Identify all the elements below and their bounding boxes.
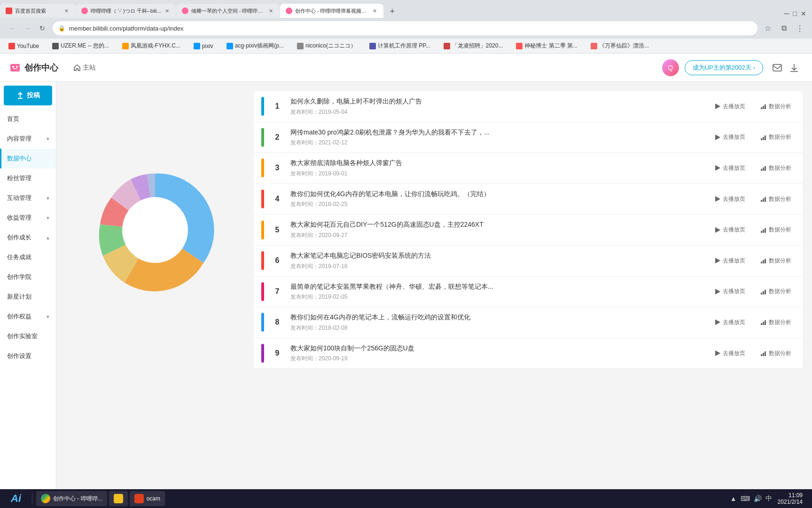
sidebar-item-content[interactable]: 内容管理 ▼ bbox=[0, 129, 56, 149]
taskbar: Ai 创作中心 - 哔哩哔... ocam ▲ ⌨ 🔊 中 11:09 2021… bbox=[0, 489, 812, 508]
svg-marker-22 bbox=[715, 196, 720, 202]
url-bar[interactable]: 🔒 member.bilibili.com/platform/data-up/i… bbox=[53, 21, 757, 35]
play-page-btn-9[interactable]: 去播放页 bbox=[710, 348, 749, 359]
sidebar-content-arrow: ▼ bbox=[46, 136, 50, 142]
sidebar-item-achievement[interactable]: 任务成就 bbox=[0, 247, 56, 267]
tab-3-close[interactable]: ✕ bbox=[268, 7, 274, 15]
video-date-1: 发布时间：2019-05-04 bbox=[290, 108, 703, 116]
tray-icon-keyboard[interactable]: ⌨ bbox=[741, 495, 750, 502]
video-title-2: 网传mate30 pro鸿蒙2.0刷机包泄露？身为华为人的我看不下去了，... bbox=[290, 128, 703, 137]
tab-1[interactable]: 百度首页搜索 ✕ bbox=[0, 4, 75, 18]
tray-icon-volume[interactable]: 🔊 bbox=[754, 495, 762, 502]
data-analysis-btn-9[interactable]: 数据分析 bbox=[757, 348, 795, 359]
tab-2[interactable]: 哔哩哔哩（ '-' )つロ 千杯--bili... ✕ bbox=[76, 4, 176, 18]
bookmark-fenghuang[interactable]: 凤凰游戏-FYHX.C... bbox=[119, 41, 183, 51]
video-date-6: 发布时间：2019-07-16 bbox=[290, 262, 703, 270]
sidebar-item-fans[interactable]: 粉丝管理 bbox=[0, 168, 56, 188]
play-page-btn-8[interactable]: 去播放页 bbox=[710, 317, 749, 328]
close-window-button[interactable]: ✕ bbox=[801, 10, 806, 17]
video-date-2: 发布时间：2021-02-12 bbox=[290, 139, 703, 147]
svg-rect-36 bbox=[763, 291, 764, 294]
bookmark-youtube[interactable]: YouTube bbox=[6, 42, 42, 50]
data-analysis-btn-3[interactable]: 数据分析 bbox=[757, 162, 795, 174]
play-page-btn-6[interactable]: 去播放页 bbox=[710, 255, 749, 267]
become-up-button[interactable]: 成为UP主的第2002天 › bbox=[685, 60, 763, 75]
video-info-5: 教大家如何花百元自己DIY一个512G的高速固态U盘，主控2246XT 发布时间… bbox=[290, 220, 703, 239]
sidebar-item-home[interactable]: 首页 bbox=[0, 109, 56, 129]
maximize-button[interactable]: □ bbox=[793, 10, 797, 17]
back-button[interactable]: ← bbox=[6, 22, 19, 35]
tab-4-close[interactable]: ✕ bbox=[372, 7, 378, 15]
svg-rect-17 bbox=[765, 135, 766, 140]
download-button[interactable] bbox=[786, 59, 803, 76]
browser-menu-button[interactable]: ⋮ bbox=[793, 22, 806, 35]
user-avatar[interactable]: Q bbox=[662, 59, 679, 76]
tab-2-favicon bbox=[81, 8, 88, 14]
sidebar-item-lab[interactable]: 创作实验室 bbox=[0, 326, 56, 346]
bookmark-shenmi[interactable]: 神秘博士 第二季 第... bbox=[513, 41, 580, 51]
bookmark-niconico[interactable]: niconico(ニコニコ） bbox=[294, 41, 359, 51]
sidebar-item-newstar[interactable]: 新星计划 bbox=[0, 287, 56, 307]
play-page-btn-4[interactable]: 去播放页 bbox=[710, 193, 749, 205]
messages-button[interactable] bbox=[769, 59, 786, 76]
tab-2-close[interactable]: ✕ bbox=[164, 7, 170, 15]
tab-4[interactable]: 创作中心 - 哔哩哔哩弹幕视频网... ✕ bbox=[280, 4, 383, 18]
browser-chrome: 百度首页搜索 ✕ 哔哩哔哩（ '-' )つロ 千杯--bili... ✕ 倾卿一… bbox=[0, 0, 812, 54]
rank-num-7: 7 bbox=[272, 287, 283, 296]
forward-button[interactable]: → bbox=[21, 22, 34, 35]
data-analysis-btn-4[interactable]: 数据分析 bbox=[757, 193, 795, 205]
ocam-icon bbox=[134, 494, 144, 503]
sidebar-item-growth[interactable]: 创作成长 ▲ bbox=[0, 228, 56, 247]
sidebar-item-settings[interactable]: 创作设置 bbox=[0, 346, 56, 366]
tab-3[interactable]: 倾卿一琴的个人空间 - 哔哩哔哩... ✕ bbox=[176, 4, 280, 18]
sidebar-item-income[interactable]: 收益管理 ▼ bbox=[0, 208, 56, 228]
data-analysis-btn-7[interactable]: 数据分析 bbox=[757, 286, 795, 297]
bookmark-pixiv[interactable]: pixiv bbox=[191, 42, 216, 50]
minimize-button[interactable]: ─ bbox=[784, 9, 789, 18]
taskbar-clock[interactable]: 11:09 2021/2/14 bbox=[776, 492, 804, 505]
data-analysis-btn-1[interactable]: 数据分析 bbox=[757, 101, 795, 112]
play-page-btn-5[interactable]: 去播放页 bbox=[710, 224, 749, 236]
taskbar-app-explorer[interactable] bbox=[109, 491, 128, 506]
reload-button[interactable]: ↻ bbox=[36, 22, 49, 35]
taskbar-app-ocam-label: ocam bbox=[147, 495, 160, 502]
play-page-btn-1[interactable]: 去播放页 bbox=[710, 101, 749, 112]
sidebar-item-rights[interactable]: 创作权益 ▼ bbox=[0, 307, 56, 326]
bookmark-uzer[interactable]: UZER.ME -- 您的... bbox=[49, 41, 112, 51]
sidebar-item-interact[interactable]: 互动管理 ▼ bbox=[0, 188, 56, 208]
taskbar-app-chrome[interactable]: 创作中心 - 哔哩哔... bbox=[36, 491, 107, 506]
sidebar-item-data[interactable]: 数据中心 bbox=[0, 149, 56, 168]
tray-icon-1[interactable]: ▲ bbox=[730, 495, 737, 502]
play-page-btn-2[interactable]: 去播放页 bbox=[710, 131, 749, 143]
data-analysis-btn-5[interactable]: 数据分析 bbox=[757, 224, 795, 236]
video-date-5: 发布时间：2020-09-27 bbox=[290, 231, 703, 239]
taskbar-app-ocam[interactable]: ocam bbox=[130, 491, 165, 506]
extensions-button[interactable]: ⧉ bbox=[777, 22, 790, 35]
svg-rect-20 bbox=[763, 167, 764, 171]
play-page-btn-3[interactable]: 去播放页 bbox=[710, 162, 749, 174]
data-analysis-btn-6[interactable]: 数据分析 bbox=[757, 255, 795, 267]
data-analysis-btn-2[interactable]: 数据分析 bbox=[757, 131, 795, 143]
bookmark-pp[interactable]: 计算机工作原理 PP... bbox=[367, 41, 433, 51]
main-site-button[interactable]: 主站 bbox=[70, 62, 100, 74]
bookmark-wanjie[interactable]: 《万界仙踪》漂浩... bbox=[588, 41, 652, 51]
svg-rect-32 bbox=[763, 260, 764, 263]
video-info-3: 教大家彻底清除电脑各种烦人弹窗广告 发布时间：2019-09-01 bbox=[290, 159, 703, 178]
bookmark-star-button[interactable]: ☆ bbox=[761, 22, 774, 35]
bookmark-acg-pixiv[interactable]: acg-pixiv插画网(p... bbox=[224, 41, 287, 51]
sidebar-item-academy[interactable]: 创作学院 bbox=[0, 267, 56, 287]
play-page-btn-7[interactable]: 去播放页 bbox=[710, 286, 749, 297]
video-date-4: 发布时间：2018-02-25 bbox=[290, 200, 703, 208]
tab-3-favicon bbox=[182, 8, 188, 14]
tray-icon-lang[interactable]: 中 bbox=[765, 494, 772, 503]
tab-1-close[interactable]: ✕ bbox=[63, 7, 70, 15]
svg-rect-11 bbox=[761, 107, 762, 109]
data-analysis-btn-8[interactable]: 数据分析 bbox=[757, 317, 795, 328]
bookmark-longlin[interactable]: 「龙凌招聘」2020... bbox=[441, 41, 506, 51]
sidebar-interact-arrow: ▼ bbox=[46, 196, 50, 201]
tab-4-title: 创作中心 - 哔哩哔哩弹幕视频网... bbox=[295, 8, 369, 15]
bookmark-wanjie-favicon bbox=[591, 43, 597, 49]
upload-button[interactable]: 投稿 bbox=[4, 86, 52, 105]
taskbar-ai-button[interactable]: Ai bbox=[4, 490, 28, 507]
new-tab-button[interactable]: + bbox=[386, 5, 399, 18]
